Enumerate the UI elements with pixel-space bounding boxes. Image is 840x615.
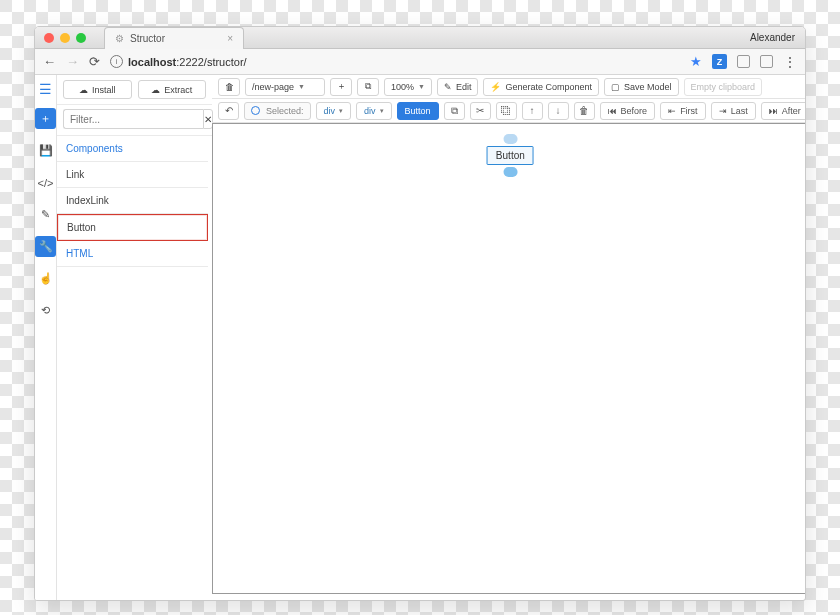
selected-label: Selected: bbox=[266, 106, 304, 116]
component-button[interactable]: Button bbox=[57, 214, 208, 241]
sidebar-top: ☁ Install ☁ Extract bbox=[57, 75, 212, 105]
selected-element: Button bbox=[487, 134, 534, 177]
cloud-upload-icon: ☁ bbox=[151, 85, 160, 95]
last-button[interactable]: ⇥Last bbox=[711, 102, 756, 120]
copy-page-icon[interactable]: ⧉ bbox=[357, 78, 379, 96]
edit-button[interactable]: ✎ Edit bbox=[437, 78, 479, 96]
rail-wrench-icon[interactable]: 🔧 bbox=[35, 236, 56, 257]
bottom-handle-icon[interactable] bbox=[503, 167, 517, 177]
close-window-icon[interactable] bbox=[44, 33, 54, 43]
undo-icon[interactable]: ↶ bbox=[218, 102, 239, 120]
generate-component-button[interactable]: ⚡ Generate Component bbox=[483, 78, 599, 96]
move-down-icon[interactable]: ↓ bbox=[548, 102, 569, 120]
gear-icon: ⚙ bbox=[115, 33, 124, 44]
selection-ring-icon bbox=[251, 106, 260, 115]
design-canvas[interactable]: Button bbox=[212, 123, 806, 594]
address-bar: ← → ⟳ i localhost:2222/structor/ ★ Z ⋮ bbox=[35, 49, 805, 75]
route-select[interactable]: /new-page ▼ bbox=[245, 78, 325, 96]
after-button[interactable]: ⏭After bbox=[761, 102, 806, 120]
tab-title: Structor bbox=[130, 33, 165, 44]
selection-toolbar: ↶ Selected: div▾ div▾ Button ⧉ ✂ ⿻ ↑ ↓ 🗑 bbox=[212, 99, 806, 123]
crumb-button[interactable]: Button bbox=[397, 102, 439, 120]
canvas-button[interactable]: Button bbox=[487, 146, 534, 165]
caret-down-icon: ▾ bbox=[380, 107, 384, 115]
extract-button[interactable]: ☁ Extract bbox=[138, 80, 207, 99]
zoom-label: 100% bbox=[391, 82, 414, 92]
move-up-icon[interactable]: ↑ bbox=[522, 102, 543, 120]
step-forward-icon: ⏭ bbox=[769, 106, 778, 116]
left-rail: ☰ ＋ 💾 </> ✎ 🔧 ☝ ⟲ bbox=[35, 75, 57, 600]
browser-window: ⚙ Structor × Alexander ← → ⟳ i localhost… bbox=[34, 26, 806, 601]
browser-tab[interactable]: ⚙ Structor × bbox=[104, 27, 244, 49]
component-indexlink[interactable]: IndexLink bbox=[57, 188, 208, 214]
install-button[interactable]: ☁ Install bbox=[63, 80, 132, 99]
pencil-icon: ✎ bbox=[444, 82, 452, 92]
component-list: Components Link IndexLink Button HTML bbox=[57, 136, 212, 267]
caret-down-icon: ▼ bbox=[298, 83, 305, 90]
titlebar: ⚙ Structor × Alexander bbox=[35, 27, 805, 49]
first-button[interactable]: ⇤First bbox=[660, 102, 706, 120]
route-label: /new-page bbox=[252, 82, 294, 92]
caret-down-icon: ▾ bbox=[339, 107, 343, 115]
selection-indicator: Selected: bbox=[244, 102, 311, 120]
edit-label: Edit bbox=[456, 82, 472, 92]
back-icon[interactable]: ← bbox=[43, 54, 56, 69]
last-icon: ⇥ bbox=[719, 106, 727, 116]
bookmark-star-icon[interactable]: ★ bbox=[690, 54, 702, 69]
main-toolbar: 🗑 /new-page ▼ ＋ ⧉ 100% ▼ ✎ Edit ⚡ Genera bbox=[212, 75, 806, 99]
hamburger-icon[interactable]: ☰ bbox=[39, 81, 52, 97]
install-label: Install bbox=[92, 85, 116, 95]
save-model-button[interactable]: ▢ Save Model bbox=[604, 78, 679, 96]
url-path: :2222/structor/ bbox=[176, 56, 246, 68]
main-column: 🗑 /new-page ▼ ＋ ⧉ 100% ▼ ✎ Edit ⚡ Genera bbox=[212, 75, 806, 600]
group-html[interactable]: HTML bbox=[57, 241, 208, 267]
url-host: localhost bbox=[128, 56, 176, 68]
duplicate-icon[interactable]: ⿻ bbox=[496, 102, 517, 120]
zoom-select[interactable]: 100% ▼ bbox=[384, 78, 432, 96]
clipboard-indicator: Empty clipboard bbox=[684, 78, 763, 96]
filter-row: ✕ bbox=[57, 105, 212, 136]
component-link[interactable]: Link bbox=[57, 162, 208, 188]
bolt-icon: ⚡ bbox=[490, 82, 501, 92]
close-tab-icon[interactable]: × bbox=[227, 33, 233, 44]
first-icon: ⇤ bbox=[668, 106, 676, 116]
add-page-icon[interactable]: ＋ bbox=[330, 78, 352, 96]
before-button[interactable]: ⏮Before bbox=[600, 102, 656, 120]
url-field[interactable]: i localhost:2222/structor/ bbox=[110, 55, 680, 68]
maximize-window-icon[interactable] bbox=[76, 33, 86, 43]
save-label: Save Model bbox=[624, 82, 672, 92]
menu-dots-icon[interactable]: ⋮ bbox=[783, 54, 797, 70]
info-icon[interactable]: i bbox=[110, 55, 123, 68]
forward-icon: → bbox=[66, 54, 79, 69]
cloud-download-icon: ☁ bbox=[79, 85, 88, 95]
nav-buttons: ← → ⟳ bbox=[43, 54, 100, 69]
filter-input[interactable] bbox=[63, 109, 203, 129]
group-components[interactable]: Components bbox=[57, 136, 208, 162]
extension-icon-2[interactable] bbox=[760, 55, 773, 68]
step-back-icon: ⏮ bbox=[608, 106, 617, 116]
profile-name[interactable]: Alexander bbox=[750, 32, 795, 43]
sidebar: ☁ Install ☁ Extract ✕ Components Link In… bbox=[57, 75, 212, 600]
z-extension-icon[interactable]: Z bbox=[712, 54, 727, 69]
extract-label: Extract bbox=[164, 85, 192, 95]
extension-icon[interactable] bbox=[737, 55, 750, 68]
crumb-div-1[interactable]: div▾ bbox=[316, 102, 352, 120]
rail-refresh-icon[interactable]: ⟲ bbox=[35, 300, 56, 321]
cut-icon[interactable]: ✂ bbox=[470, 102, 491, 120]
rail-save-icon[interactable]: 💾 bbox=[35, 140, 56, 161]
rail-code-icon[interactable]: </> bbox=[35, 172, 56, 193]
minimize-window-icon[interactable] bbox=[60, 33, 70, 43]
generate-label: Generate Component bbox=[505, 82, 592, 92]
rail-pointer-icon[interactable]: ☝ bbox=[35, 268, 56, 289]
trash-icon[interactable]: 🗑 bbox=[218, 78, 240, 96]
rail-brush-icon[interactable]: ✎ bbox=[35, 204, 56, 225]
rail-add-button[interactable]: ＋ bbox=[35, 108, 56, 129]
caret-down-icon: ▼ bbox=[418, 83, 425, 90]
top-handle-icon[interactable] bbox=[503, 134, 517, 144]
copy-icon[interactable]: ⧉ bbox=[444, 102, 465, 120]
delete-icon[interactable]: 🗑 bbox=[574, 102, 595, 120]
window-controls bbox=[35, 33, 86, 43]
app-root: ☰ ＋ 💾 </> ✎ 🔧 ☝ ⟲ ☁ Install ☁ Extract bbox=[35, 75, 805, 600]
crumb-div-2[interactable]: div▾ bbox=[356, 102, 392, 120]
reload-icon[interactable]: ⟳ bbox=[89, 54, 100, 69]
